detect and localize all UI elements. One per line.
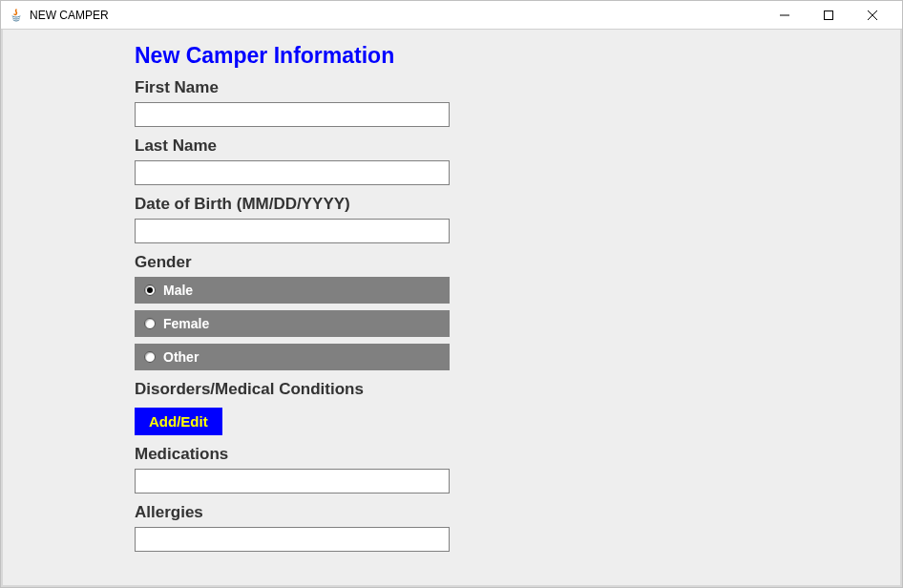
dob-input[interactable] xyxy=(135,219,450,243)
content-area: New Camper Information First Name Last N… xyxy=(1,30,902,587)
gender-option-male[interactable]: Male xyxy=(135,277,450,304)
first-name-label: First Name xyxy=(135,78,768,97)
first-name-input[interactable] xyxy=(135,102,450,127)
add-edit-button[interactable]: Add/Edit xyxy=(135,408,222,435)
form-container: New Camper Information First Name Last N… xyxy=(3,30,900,552)
allergies-label: Allergies xyxy=(135,503,768,522)
last-name-input[interactable] xyxy=(135,160,450,185)
allergies-input[interactable] xyxy=(135,527,450,552)
medications-label: Medications xyxy=(135,445,768,464)
last-name-label: Last Name xyxy=(135,136,768,156)
radio-icon xyxy=(144,318,156,329)
close-button[interactable] xyxy=(850,1,894,30)
medications-input[interactable] xyxy=(135,469,450,494)
gender-option-other[interactable]: Other xyxy=(135,344,450,370)
maximize-button[interactable] xyxy=(807,1,850,30)
gender-male-label: Male xyxy=(163,283,193,298)
window-controls xyxy=(763,1,894,30)
gender-label: Gender xyxy=(135,253,768,272)
titlebar: NEW CAMPER xyxy=(1,1,902,30)
form-title: New Camper Information xyxy=(135,43,768,69)
radio-icon xyxy=(144,351,156,363)
disorders-label: Disorders/Medical Conditions xyxy=(135,380,768,399)
dob-label: Date of Birth (MM/DD/YYYY) xyxy=(135,195,768,214)
window-title: NEW CAMPER xyxy=(30,9,763,22)
gender-other-label: Other xyxy=(163,349,199,365)
gender-female-label: Female xyxy=(163,316,209,331)
minimize-button[interactable] xyxy=(763,1,807,30)
radio-icon xyxy=(144,284,156,296)
java-app-icon xyxy=(9,8,24,23)
svg-rect-1 xyxy=(825,10,833,19)
app-window: NEW CAMPER New Camper Informatio xyxy=(0,0,903,588)
gender-option-female[interactable]: Female xyxy=(135,310,450,337)
